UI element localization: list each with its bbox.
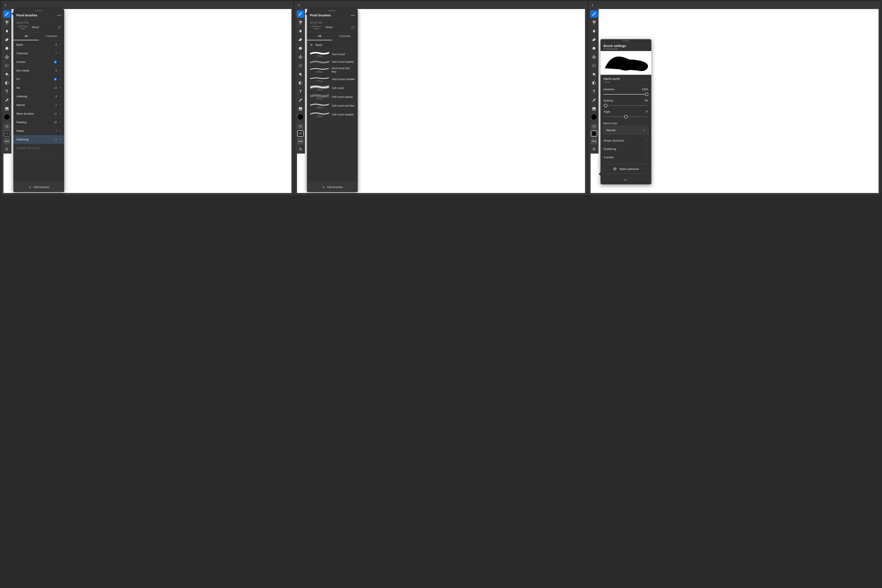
smudge-tool[interactable] [3,28,10,35]
fill-tool[interactable] [3,70,10,78]
eraser-tool[interactable] [3,36,10,44]
move-tool[interactable] [297,53,304,61]
text-tool[interactable] [3,88,10,95]
category-row[interactable]: Lettering8 [14,92,64,101]
scattering-row[interactable]: Scattering [600,145,651,153]
category-row[interactable]: Basic8 [14,40,64,49]
blob-tool[interactable] [590,45,598,52]
tab-favorites[interactable]: Favorites [332,32,358,40]
eyedropper-tool[interactable] [590,96,598,104]
back-icon[interactable] [3,3,8,7]
size-badge[interactable]: 175 [591,124,597,129]
spacing-slider[interactable]: Spacing5% [600,97,651,108]
brush-shape-preview[interactable] [4,130,10,137]
text-tool[interactable] [297,88,304,95]
color-swatch[interactable] [4,114,10,120]
tab-favorites[interactable]: Favorites [39,32,64,40]
settings-icon[interactable] [297,146,304,152]
stylus-pressure-button[interactable]: Stylus pressure [603,164,648,174]
image-tool[interactable] [297,105,304,112]
brush-shape-preview[interactable] [297,130,304,137]
add-brushes-button[interactable]: Add brushes [14,182,64,192]
category-row[interactable]: Marker2 [14,101,64,110]
lasso-tool[interactable] [3,62,10,69]
text-tool[interactable] [590,88,598,95]
fill-tool[interactable] [297,70,304,78]
favorite-star-icon[interactable] [57,26,61,29]
back-to-categories[interactable]: Basic [307,40,358,50]
stroke-preview[interactable] [297,138,304,144]
eraser-tool[interactable] [590,36,598,44]
brush-preview-area[interactable] [600,51,651,75]
tab-all[interactable]: All [307,32,332,40]
category-row[interactable]: Dry media9 [14,66,64,75]
panel-grabber[interactable] [600,39,651,42]
brush-row[interactable]: 175 px Soft round variable [307,111,358,120]
brush-row[interactable]: 317 px Soft round opacity [307,93,358,102]
color-swatch[interactable] [297,114,304,120]
stroke-preview[interactable] [4,138,10,144]
blob-tool[interactable] [3,45,10,52]
move-tool[interactable] [590,53,598,61]
brush-row[interactable]: Hard round opacity [307,60,358,66]
brush-row[interactable]: 175 px Soft round [307,84,358,93]
eraser-tool[interactable] [297,36,304,44]
brush-row[interactable]: 100 px Hard round size flow [307,66,358,76]
paint-tool[interactable] [297,19,304,26]
brush-tool[interactable] [590,10,598,18]
image-tool[interactable] [3,105,10,112]
brush-shape-preview[interactable] [591,130,597,137]
back-icon[interactable] [591,3,594,7]
fill-tool[interactable] [590,70,598,78]
paint-tool[interactable] [3,19,10,26]
transfer-row[interactable]: Transfer [600,153,651,162]
smudge-tool[interactable] [590,28,598,35]
size-badge[interactable]: 38 [297,124,304,129]
size-badge[interactable]: 38 [4,124,10,129]
category-row[interactable]: Ink13 [14,84,64,92]
brush-row[interactable]: 100 px Soft round size flow [307,102,358,111]
brush-row[interactable]: 175 px Hard round variable [307,76,358,84]
category-row[interactable]: Mixer brushes12 [14,110,64,118]
panel-grabber[interactable] [14,9,64,12]
blend-mode-dropdown[interactable]: Normal [603,126,648,134]
shape-dynamics-row[interactable]: Shape dynamics [600,136,651,145]
category-row[interactable]: Painting25 [14,118,64,127]
back-icon[interactable] [297,3,301,7]
panel-grabber[interactable] [307,9,358,12]
move-tool[interactable] [3,53,10,61]
color-swatch[interactable] [591,114,597,120]
add-brushes-button[interactable]: Add brushes [307,182,358,192]
settings-icon[interactable] [591,146,597,152]
smudge-tool[interactable] [297,28,304,35]
more-icon[interactable] [57,15,61,16]
category-row[interactable]: Charcoal7 [14,49,64,58]
category-row[interactable]: Rakes7 [14,127,64,135]
more-icon[interactable] [351,15,355,16]
selected-brush[interactable]: SELECTED 38 px Pencil [307,19,358,32]
angle-slider[interactable]: Angle0° [600,108,651,119]
eyedropper-tool[interactable] [297,96,304,104]
category-row[interactable]: FX★ [14,75,64,84]
eyedropper-tool[interactable] [3,96,10,104]
gradient-tool[interactable] [590,79,598,87]
favorite-star-icon[interactable] [351,26,355,29]
gradient-tool[interactable] [297,79,304,87]
lasso-tool[interactable] [297,62,304,69]
brush-row[interactable]: 175 px Hard round [307,51,358,60]
image-tool[interactable] [590,105,598,112]
lasso-tool[interactable] [590,62,598,69]
undo-icon[interactable] [600,176,651,184]
paint-tool[interactable] [590,19,598,26]
settings-icon[interactable] [4,146,10,152]
stroke-preview[interactable] [591,138,597,144]
tab-all[interactable]: All [14,32,39,40]
selected-brush[interactable]: SELECTED 38 px Pencil [14,19,64,32]
gradient-tool[interactable] [3,79,10,87]
hardness-slider[interactable]: Hardness100% [600,86,651,97]
brush-tool[interactable] [3,10,10,18]
blob-tool[interactable] [297,45,304,52]
category-row[interactable]: Comics★ [14,58,64,66]
category-row[interactable]: Sketching2 [14,135,64,144]
brush-tool[interactable] [297,10,304,18]
